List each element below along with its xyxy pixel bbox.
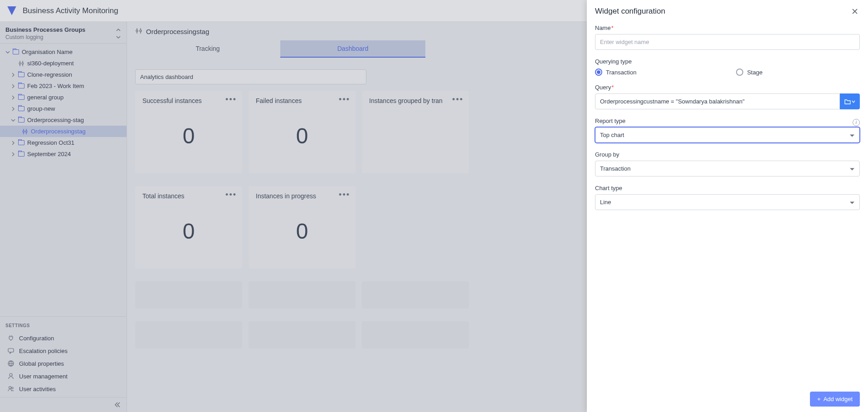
folder-open-icon (844, 99, 851, 104)
query-label: Query* (595, 84, 860, 91)
radio-transaction[interactable]: Transaction (595, 69, 636, 76)
radio-unchecked-icon (736, 69, 743, 76)
chart-type-label: Chart type (595, 185, 860, 191)
query-browse-button[interactable] (840, 93, 860, 109)
group-by-select[interactable] (595, 161, 860, 177)
add-widget-button[interactable]: + Add widget (810, 392, 860, 407)
radio-stage[interactable]: Stage (736, 69, 762, 76)
name-input[interactable] (595, 34, 860, 50)
info-icon[interactable]: i (853, 119, 860, 126)
name-label: Name* (595, 25, 860, 31)
panel-title: Widget configuration (595, 7, 665, 16)
query-input[interactable] (595, 93, 840, 109)
plus-icon: + (817, 396, 821, 402)
chevron-down-icon (852, 100, 855, 103)
report-type-select[interactable] (595, 127, 860, 143)
widget-config-panel: Widget configuration Name* Querying type… (587, 0, 868, 412)
report-type-label: Report type (595, 118, 625, 124)
chart-type-select[interactable] (595, 194, 860, 210)
radio-checked-icon (595, 69, 602, 76)
querying-type-label: Querying type (595, 58, 860, 65)
close-button[interactable] (850, 6, 860, 16)
group-by-label: Group by (595, 151, 860, 158)
